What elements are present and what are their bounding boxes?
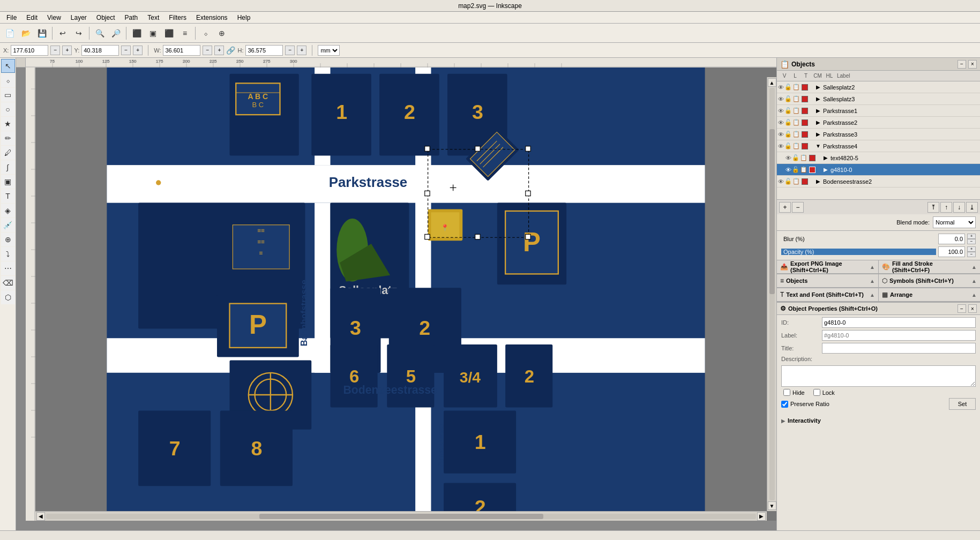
y-plus-btn[interactable]: +	[133, 46, 143, 55]
move-up-btn[interactable]: ↑	[940, 202, 952, 213]
obj-row-parkstrasse1[interactable]: 👁 🔓 📋 ▶ Parkstrasse1	[777, 105, 980, 117]
obj-row-text4820-5[interactable]: 👁 🔓 📋 ▶ text4820-5	[777, 152, 980, 164]
move-bottom-btn[interactable]: ⤓	[966, 202, 978, 213]
pen-tool[interactable]: 🖊	[1, 146, 15, 160]
h-input[interactable]	[245, 45, 283, 56]
move-down-btn[interactable]: ↓	[953, 202, 965, 213]
zoom-in-button[interactable]: 🔍	[92, 26, 107, 41]
label-input[interactable]	[822, 330, 976, 341]
menu-edit[interactable]: Edit	[22, 13, 42, 22]
objects-subpanel-header[interactable]: ≡ Objects ▲	[777, 274, 879, 287]
distribute-button[interactable]: ≡	[177, 26, 192, 41]
preserve-ratio-item[interactable]: Preserve Ratio	[781, 401, 829, 408]
gradient-tool[interactable]: ◈	[1, 204, 15, 218]
symbols-header[interactable]: ⬡ Symbols (Shift+Ctrl+Y) ▲	[879, 274, 980, 287]
preserve-ratio-checkbox[interactable]	[781, 401, 788, 408]
obj-row-parkstrasse2[interactable]: 👁 🔓 📋 ▶ Parkstrasse2	[777, 117, 980, 129]
hide-checkbox[interactable]	[783, 389, 790, 396]
open-button[interactable]: 📂	[18, 26, 33, 41]
save-button[interactable]: 💾	[34, 26, 49, 41]
menu-file[interactable]: File	[2, 13, 21, 22]
obj-row-bodenseestrasse2[interactable]: 👁 🔓 📋 ▶ Bodenseestrasse2	[777, 176, 980, 188]
blur-input[interactable]	[938, 234, 965, 244]
select-tool[interactable]: ↖	[1, 59, 15, 73]
menu-view[interactable]: View	[43, 13, 65, 22]
expand-p4[interactable]: ▼	[814, 143, 822, 149]
w-plus-btn[interactable]: +	[214, 46, 224, 55]
spray-tool[interactable]: ⋯	[1, 261, 15, 275]
h-plus-btn[interactable]: +	[297, 46, 306, 55]
remove-layer-btn[interactable]: −	[792, 202, 804, 213]
redo-button[interactable]: ↪	[71, 26, 86, 41]
undo-button[interactable]: ↩	[55, 26, 70, 41]
expand-p1[interactable]: ▶	[814, 108, 822, 114]
id-input[interactable]	[822, 317, 976, 328]
align-left-button[interactable]: ⬛	[129, 26, 144, 41]
export-png-header[interactable]: 📤 Export PNG Image (Shift+Ctrl+E) ▲	[777, 260, 879, 273]
obj-row-parkstrasse3[interactable]: 👁 🔓 📋 ▶ Parkstrasse3	[777, 129, 980, 140]
menu-object[interactable]: Object	[92, 13, 119, 22]
opacity-minus-btn[interactable]: −	[967, 252, 976, 257]
horizontal-scrollbar[interactable]: ◀ ▶	[35, 511, 767, 521]
canvas-container[interactable]: 75 100 125 150 175 200 225 250 275 300	[16, 58, 776, 530]
menu-path[interactable]: Path	[121, 13, 143, 22]
zoom-tool[interactable]: ⊕	[1, 232, 15, 246]
desc-textarea[interactable]	[781, 365, 976, 387]
objects-panel-close-btn[interactable]: ×	[968, 60, 977, 69]
obj-props-minimize-btn[interactable]: −	[957, 304, 966, 313]
zoom-out-button[interactable]: 🔎	[108, 26, 123, 41]
hide-checkbox-item[interactable]: Hide	[783, 389, 805, 396]
objects-panel-minimize-btn[interactable]: −	[957, 60, 966, 69]
expand-s3[interactable]: ▶	[814, 96, 822, 102]
bucket-tool[interactable]: ▣	[1, 175, 15, 189]
menu-help[interactable]: Help	[233, 13, 255, 22]
opacity-input[interactable]	[938, 246, 965, 257]
node-editor-button[interactable]: ⬦	[198, 26, 213, 41]
expand-p2[interactable]: ▶	[814, 119, 822, 125]
y-minus-btn[interactable]: −	[121, 46, 131, 55]
y-input[interactable]	[81, 45, 119, 56]
align-right-button[interactable]: ⬛	[161, 26, 176, 41]
fill-stroke-header[interactable]: 🎨 Fill and Stroke (Shift+Ctrl+F) ▲	[879, 260, 980, 273]
canvas-area[interactable]: A B C B C 1 2 3 Parkstrasse ≡≡	[26, 68, 776, 521]
star-tool[interactable]: ★	[1, 117, 15, 131]
rect-tool[interactable]: ▭	[1, 88, 15, 102]
obj-props-close-btn[interactable]: ×	[968, 304, 977, 313]
hscroll-right-btn[interactable]: ▶	[757, 512, 766, 521]
interactivity-header[interactable]: ▶ Interactivity	[781, 414, 976, 427]
eraser-tool[interactable]: ⌫	[1, 276, 15, 290]
x-minus-btn[interactable]: −	[50, 46, 60, 55]
lock-checkbox-item[interactable]: Lock	[813, 389, 835, 396]
vscroll-up-btn[interactable]: ▲	[768, 78, 776, 87]
add-layer-btn[interactable]: +	[779, 202, 791, 213]
vscroll-down-btn[interactable]: ▼	[768, 501, 776, 510]
map-canvas[interactable]: A B C B C 1 2 3 Parkstrasse ≡≡	[35, 68, 776, 521]
title-input[interactable]	[822, 343, 976, 354]
h-minus-btn[interactable]: −	[285, 46, 295, 55]
expand-t48[interactable]: ▶	[822, 155, 829, 161]
align-center-button[interactable]: ▣	[145, 26, 160, 41]
hscroll-left-btn[interactable]: ◀	[36, 512, 45, 521]
obj-row-sallesplatz3[interactable]: 👁 🔓 📋 ▶ Sallesplatz3	[777, 93, 980, 105]
lock-checkbox[interactable]	[813, 389, 820, 396]
set-button[interactable]: Set	[949, 398, 976, 410]
vscroll-thumb[interactable]	[769, 129, 775, 294]
transform-button[interactable]: ⊕	[214, 26, 229, 41]
circle-tool[interactable]: ○	[1, 102, 15, 116]
blur-plus-btn[interactable]: +	[967, 234, 976, 239]
calligraphy-tool[interactable]: ∫	[1, 160, 15, 174]
text-font-header[interactable]: T Text and Font (Shift+Ctrl+T) ▲	[777, 288, 879, 301]
node-tool[interactable]: ⬦	[1, 73, 15, 87]
menu-extensions[interactable]: Extensions	[192, 13, 232, 22]
x-plus-btn[interactable]: +	[62, 46, 72, 55]
menu-filters[interactable]: Filters	[164, 13, 191, 22]
obj-row-g4810-0[interactable]: 👁 🔓 📋 ▶ g4810-0	[777, 164, 980, 176]
opacity-plus-btn[interactable]: +	[967, 246, 976, 252]
new-button[interactable]: 📄	[2, 26, 17, 41]
expand-p3[interactable]: ▶	[814, 131, 822, 137]
pencil-tool[interactable]: ✏	[1, 131, 15, 145]
expand-s2[interactable]: ▶	[814, 84, 822, 90]
dropper-tool[interactable]: ⬡	[1, 290, 15, 304]
menu-layer[interactable]: Layer	[66, 13, 91, 22]
connector-tool[interactable]: ⤵	[1, 247, 15, 261]
